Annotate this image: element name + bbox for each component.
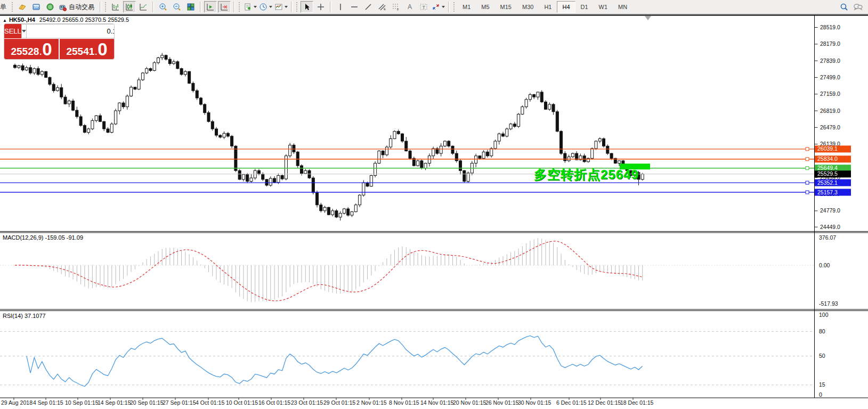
svg-text:26479.0: 26479.0 <box>820 124 840 130</box>
price-axis[interactable]: 28519.028179.027839.027499.027159.026819… <box>815 15 868 398</box>
chart-ohlc-values: 25492.0 25655.0 25370.5 25529.5 <box>39 17 129 23</box>
pane-borders <box>0 15 868 398</box>
svg-text:80: 80 <box>819 328 825 334</box>
chart-shift-marker <box>645 16 651 20</box>
price-label-25529.5: 25529.5 <box>817 170 838 177</box>
crosshair-button[interactable] <box>314 1 327 13</box>
trendline-icon <box>364 3 372 11</box>
sell-price-button[interactable]: 25528.0 <box>4 39 59 59</box>
svg-text:2 Nov 01:15: 2 Nov 01:15 <box>356 399 387 406</box>
data-window-button[interactable] <box>30 1 43 13</box>
text-label-icon: T <box>419 3 428 11</box>
line-chart-button[interactable] <box>137 1 150 13</box>
zoom-in-button[interactable] <box>157 1 169 13</box>
candlestick-chart-button[interactable] <box>123 1 136 13</box>
collapse-ohlc-icon[interactable]: ▲ <box>3 18 7 23</box>
chart-title: ▲HK50-,H425492.0 25655.0 25370.5 25529.5 <box>3 17 129 23</box>
chart-shift-button[interactable] <box>204 1 217 13</box>
timeframe-m5[interactable]: M5 <box>476 1 494 13</box>
timeframe-m15[interactable]: M15 <box>495 1 517 13</box>
indicators-add-icon <box>244 3 252 11</box>
timeframe-h1[interactable]: H1 <box>539 1 557 13</box>
autotrading-icon <box>58 3 67 11</box>
buy-price-button[interactable]: 25541.0 <box>60 39 114 59</box>
timeframe-w1[interactable]: W1 <box>594 1 613 13</box>
timeframe-mn[interactable]: MN <box>613 1 632 13</box>
toolbar-grip[interactable] <box>105 2 107 12</box>
svg-text:4 Oct 01:15: 4 Oct 01:15 <box>196 399 224 406</box>
toolbar-separator <box>448 2 450 12</box>
indicators-button[interactable] <box>243 1 257 13</box>
bar-chart-button[interactable] <box>109 1 122 13</box>
indicator-gridlines <box>0 265 815 385</box>
svg-text:T: T <box>423 5 426 10</box>
svg-text:27 Sep 01:15: 27 Sep 01:15 <box>163 399 196 406</box>
toolbar-separator <box>152 2 154 12</box>
text-label-button[interactable]: T <box>417 1 430 13</box>
time-axis[interactable]: 29 Aug 20184 Sep 01:1510 Sep 01:1514 Sep… <box>1 398 654 406</box>
pivot-annotation-text[interactable]: 多空转折点25649 <box>534 166 639 183</box>
macd-pane <box>15 238 643 302</box>
search-button[interactable] <box>838 1 850 13</box>
mt4-window: { "toolbar": { "partial_label": "单", "au… <box>0 0 868 409</box>
vertical-line-button[interactable] <box>334 1 347 13</box>
horizontal-line-icon <box>350 3 359 11</box>
sell-button[interactable]: SELL <box>4 24 21 38</box>
svg-text:14 Sep 01:15: 14 Sep 01:15 <box>98 399 131 406</box>
data-window-icon <box>32 3 40 11</box>
templates-button[interactable] <box>274 1 288 13</box>
svg-text:376.07: 376.07 <box>819 234 836 241</box>
toolbar-grip[interactable] <box>296 2 298 12</box>
cursor-button[interactable] <box>301 1 313 13</box>
price-label-25834.0: 25834.0 <box>817 156 838 162</box>
horizontal-line-button[interactable] <box>348 1 361 13</box>
text-icon: A <box>405 3 414 11</box>
svg-text:29 Oct 01:15: 29 Oct 01:15 <box>323 399 355 406</box>
svg-text:29 Aug 2018: 29 Aug 2018 <box>1 399 33 406</box>
navigator-button[interactable] <box>44 1 56 13</box>
text-button[interactable]: A <box>403 1 416 13</box>
cursor-arrow-icon <box>303 3 311 11</box>
equidistant-channel-button[interactable]: E <box>376 1 388 13</box>
zoom-out-button[interactable] <box>171 1 183 13</box>
svg-text:8 Nov 01:15: 8 Nov 01:15 <box>389 399 419 406</box>
svg-text:F: F <box>397 8 399 11</box>
timeframe-h4[interactable]: H4 <box>557 1 575 13</box>
auto-scroll-icon <box>220 3 229 11</box>
zoom-out-icon <box>173 3 181 11</box>
auto-scroll-button[interactable] <box>218 1 231 13</box>
market-watch-button[interactable] <box>16 1 29 13</box>
arrows-button[interactable] <box>431 1 445 13</box>
autotrading-button[interactable]: 自动交易 <box>58 1 97 13</box>
periods-dropdown-caret <box>269 6 272 8</box>
svg-text:26 Nov 01:15: 26 Nov 01:15 <box>485 399 519 406</box>
svg-text:0.00: 0.00 <box>819 262 830 268</box>
trendline-button[interactable] <box>362 1 375 13</box>
chat-button[interactable] <box>851 1 864 13</box>
toolbar-grip[interactable] <box>239 2 241 12</box>
volume-input[interactable] <box>27 24 114 38</box>
chart-canvas[interactable]: 28519.028179.027839.027499.027159.026819… <box>0 0 868 409</box>
svg-text:24779.0: 24779.0 <box>820 207 840 214</box>
fibonacci-button[interactable]: F <box>390 1 402 13</box>
svg-text:27159.0: 27159.0 <box>820 91 840 97</box>
level-lines-layer[interactable] <box>0 148 815 194</box>
timeframe-d1[interactable]: D1 <box>575 1 594 13</box>
toolbar-grip[interactable] <box>453 2 456 12</box>
chat-icon <box>853 3 863 11</box>
timeframe-m30[interactable]: M30 <box>517 1 539 13</box>
volume-decrease-button[interactable] <box>21 24 27 38</box>
tile-windows-button[interactable] <box>184 1 197 13</box>
svg-text:0: 0 <box>819 391 822 398</box>
timeframe-group: M1M5M15M30H1H4D1W1MN <box>457 1 632 13</box>
svg-text:6 Dec 01:15: 6 Dec 01:15 <box>556 399 587 406</box>
rsi-line <box>27 336 643 386</box>
timeframe-m1[interactable]: M1 <box>457 1 476 13</box>
one-click-trading-panel: SELL BUY 25528.0 25541.0 <box>4 24 114 59</box>
new-order-button[interactable]: 单 <box>0 1 10 13</box>
toolbar-grip[interactable] <box>12 2 14 12</box>
periods-button[interactable] <box>258 1 273 13</box>
vertical-line-icon <box>336 3 345 11</box>
search-icon <box>840 3 848 11</box>
crosshair-icon <box>317 3 325 11</box>
